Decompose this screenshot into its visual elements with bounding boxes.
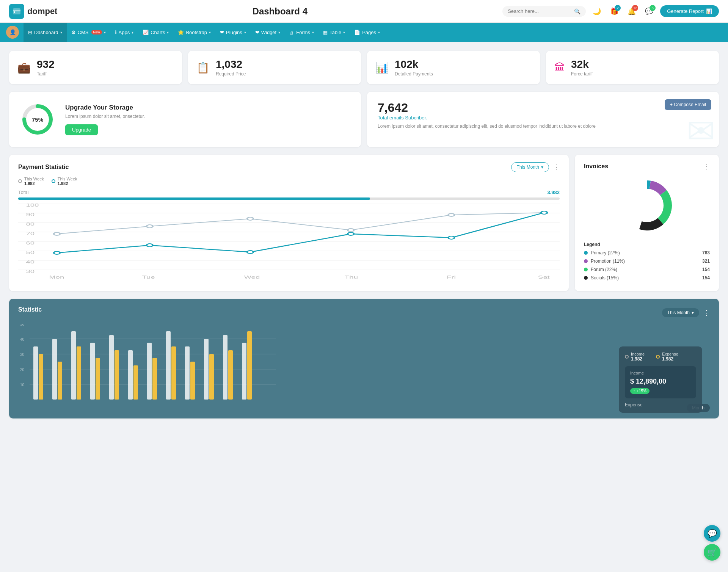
bell-badge: 12 bbox=[632, 5, 638, 11]
payment-controls: This Month ▾ ⋮ bbox=[511, 162, 560, 172]
storage-percent: 75% bbox=[32, 116, 43, 123]
legend-item-1: This Week 1.982 bbox=[18, 177, 44, 186]
nav-item-widget[interactable]: ❤ Widget ▾ bbox=[251, 23, 285, 42]
payments-icon: 📊 bbox=[375, 61, 389, 74]
income-badge: ↑ +15% bbox=[630, 388, 650, 394]
nav-item-pages[interactable]: 📄 Pages ▾ bbox=[350, 23, 384, 42]
svg-rect-75 bbox=[242, 343, 246, 400]
invoices-donut-wrap bbox=[584, 175, 710, 236]
envelope-bg-icon: ✉ bbox=[687, 111, 715, 147]
bootstrap-icon: ⭐ bbox=[178, 30, 184, 35]
svg-rect-72 bbox=[209, 354, 214, 400]
invoices-card: Invoices ⋮ Legend bbox=[575, 155, 719, 291]
gift-button[interactable]: 🎁 2 bbox=[608, 5, 621, 18]
stat-card-force: 🏛 32k Force tariff bbox=[546, 51, 719, 84]
upgrade-button[interactable]: Upgrade bbox=[65, 124, 98, 135]
payments-label: Detalled Payments bbox=[395, 71, 433, 77]
svg-point-22 bbox=[147, 225, 153, 228]
chevron-down-icon-3: ▾ bbox=[132, 30, 133, 34]
svg-text:Wed: Wed bbox=[244, 275, 260, 279]
legend-dot-1 bbox=[18, 179, 22, 183]
force-icon: 🏛 bbox=[554, 61, 565, 74]
svg-rect-64 bbox=[133, 365, 138, 400]
payment-progress-bar bbox=[18, 197, 560, 200]
storage-donut: 75% bbox=[20, 102, 55, 136]
chat-header-button[interactable]: 💬 5 bbox=[643, 5, 656, 18]
search-input[interactable] bbox=[508, 8, 571, 14]
search-box[interactable]: 🔍 bbox=[502, 6, 586, 17]
statistic-more-button[interactable]: ⋮ bbox=[703, 309, 710, 317]
svg-rect-62 bbox=[115, 350, 119, 400]
legend-dot-2 bbox=[52, 179, 55, 183]
svg-rect-54 bbox=[39, 354, 43, 400]
svg-text:Fri: Fri bbox=[447, 275, 456, 279]
svg-rect-57 bbox=[71, 331, 76, 400]
svg-rect-66 bbox=[152, 358, 157, 400]
plugins-label: Plugins bbox=[226, 30, 242, 35]
nav-item-table[interactable]: ▦ Table ▾ bbox=[318, 23, 350, 42]
stat-card-tariff: 💼 932 Tariff bbox=[9, 51, 182, 84]
top-header: dompet Dashboard 4 🔍 🌙 🎁 2 🔔 12 💬 5 Gene… bbox=[0, 0, 728, 23]
chevron-down-icon-10: ▾ bbox=[378, 30, 380, 34]
svg-rect-73 bbox=[223, 335, 228, 400]
nav-item-apps[interactable]: ℹ Apps ▾ bbox=[110, 23, 138, 42]
tariff-value: 932 bbox=[37, 58, 55, 71]
arrow-up-icon: ↑ bbox=[633, 389, 635, 393]
svg-text:30: 30 bbox=[20, 353, 25, 357]
cms-label: CMS bbox=[78, 30, 89, 35]
chevron-down-icon-4: ▾ bbox=[167, 30, 169, 34]
middle-row: 75% Upgrade Your Storage Lorem ipsum dol… bbox=[9, 92, 719, 147]
gift-badge: 2 bbox=[615, 5, 621, 11]
pages-icon: 📄 bbox=[354, 30, 360, 35]
page-title: Dashboard 4 bbox=[253, 6, 308, 17]
nav-item-forms[interactable]: 🖨 Forms ▾ bbox=[285, 23, 318, 42]
dashboard-label: Dashboard bbox=[34, 30, 58, 35]
svg-point-29 bbox=[247, 251, 253, 254]
svg-rect-76 bbox=[247, 331, 252, 400]
svg-point-21 bbox=[54, 232, 60, 235]
statistic-title: Statistic bbox=[18, 306, 42, 313]
widget-icon: ❤ bbox=[255, 30, 259, 35]
statistic-month-button[interactable]: This Month ▾ bbox=[662, 308, 699, 317]
stat-info-force: 32k Force tariff bbox=[571, 58, 593, 77]
svg-rect-65 bbox=[147, 343, 152, 400]
cms-badge: New bbox=[91, 30, 102, 34]
stat-info-payments: 102k Detalled Payments bbox=[395, 58, 433, 77]
bell-button[interactable]: 🔔 12 bbox=[625, 5, 638, 18]
widget-label: Widget bbox=[261, 30, 276, 35]
generate-report-button[interactable]: Generate Report 📊 bbox=[660, 5, 719, 17]
payment-progress-fill bbox=[18, 197, 370, 200]
nav-item-plugins[interactable]: ❤ Plugins ▾ bbox=[215, 23, 251, 42]
forms-label: Forms bbox=[296, 30, 310, 35]
nav-item-dashboard[interactable]: ⊞ Dashboard ▾ bbox=[24, 23, 67, 42]
this-month-button[interactable]: This Month ▾ bbox=[511, 162, 549, 172]
nav-item-cms[interactable]: ⚙ CMS New ▾ bbox=[67, 23, 110, 42]
invoices-donut-svg bbox=[617, 175, 677, 236]
line-chart-svg: 100 90 80 70 60 50 40 30 bbox=[18, 204, 560, 279]
legend-row-primary: Primary (27%) 763 bbox=[584, 250, 710, 255]
legend-row-promotion: Promotion (11%) 321 bbox=[584, 259, 710, 264]
expense-label-2: Expense bbox=[625, 402, 696, 407]
legend-title: Legend bbox=[584, 242, 710, 247]
nav-item-charts[interactable]: 📈 Charts ▾ bbox=[138, 23, 173, 42]
svg-rect-70 bbox=[190, 362, 195, 400]
bar-chart-icon: 📊 bbox=[706, 8, 712, 14]
chevron-down-icon-8: ▾ bbox=[312, 30, 314, 34]
tariff-icon: 💼 bbox=[17, 61, 31, 74]
svg-rect-74 bbox=[228, 350, 233, 400]
moon-button[interactable]: 🌙 bbox=[590, 5, 603, 18]
svg-text:40: 40 bbox=[26, 260, 35, 264]
invoices-more-button[interactable]: ⋮ bbox=[703, 162, 710, 171]
payment-card-header: Payment Statistic This Month ▾ ⋮ bbox=[18, 162, 560, 172]
svg-text:Tue: Tue bbox=[142, 275, 155, 279]
svg-rect-58 bbox=[77, 346, 81, 400]
chevron-down-icon-5: ▾ bbox=[209, 30, 211, 34]
price-label: Required Price bbox=[216, 71, 246, 77]
invoices-title: Invoices bbox=[584, 163, 608, 170]
compose-email-button[interactable]: + Compose Email bbox=[665, 99, 711, 110]
payment-card: Payment Statistic This Month ▾ ⋮ This We… bbox=[9, 155, 569, 291]
payment-total-row: Total 3.982 bbox=[18, 190, 560, 195]
svg-text:Sat: Sat bbox=[538, 275, 550, 279]
payment-more-button[interactable]: ⋮ bbox=[553, 163, 560, 171]
nav-item-bootstrap[interactable]: ⭐ Bootstrap ▾ bbox=[173, 23, 215, 42]
